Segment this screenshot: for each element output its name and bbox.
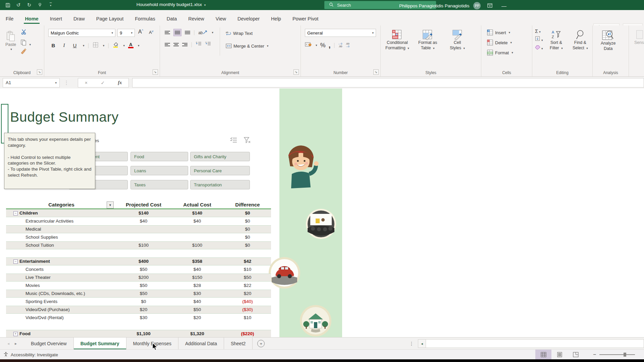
format-as-table-button[interactable]: Format as Table ▾ xyxy=(416,27,440,51)
wrap-text-button[interactable]: ab Wrap Text xyxy=(224,29,255,38)
expand-toggle[interactable]: + xyxy=(13,332,18,336)
tab-file[interactable]: File xyxy=(0,16,19,25)
tab-page-layout[interactable]: Page Layout xyxy=(91,16,129,25)
slicer-button-gifts-and-charity[interactable]: Gifts and Charity xyxy=(190,152,250,161)
sheet-tab-additional-data[interactable]: Additional Data xyxy=(178,338,224,350)
align-center-icon[interactable] xyxy=(173,42,179,47)
font-color-button[interactable]: A xyxy=(128,43,133,48)
align-middle-icon[interactable] xyxy=(173,29,181,36)
slicer-button-personal-care[interactable]: Personal Care xyxy=(190,166,250,175)
delete-cells-button[interactable]: Delete▾ xyxy=(485,38,514,47)
font-dialog-launcher[interactable]: ⇘ xyxy=(153,69,158,75)
scroll-left-icon[interactable]: ◂ xyxy=(418,340,426,348)
tab-data[interactable]: Data xyxy=(161,16,183,25)
format-painter-button[interactable] xyxy=(20,48,27,57)
bold-button[interactable]: B xyxy=(50,43,57,48)
slicer-button-food[interactable]: Food xyxy=(130,152,188,161)
autosum-button[interactable]: Σ▾ xyxy=(535,28,543,34)
font-size-combo[interactable]: 9▾ xyxy=(117,29,135,37)
accessibility-status[interactable]: Accessibility: Investigate xyxy=(11,352,58,357)
insert-function-button[interactable]: fx xyxy=(118,80,122,85)
tab-formulas[interactable]: Formulas xyxy=(129,16,161,25)
new-sheet-button[interactable]: + xyxy=(257,340,265,347)
comma-style-button[interactable]: , xyxy=(329,41,331,50)
filter-dropdown-button[interactable]: ▼ xyxy=(107,201,114,208)
paste-button[interactable]: Paste ▾ xyxy=(3,28,19,51)
slicer-multiselect-icon[interactable] xyxy=(230,137,237,145)
sheet-tab-budget-summary[interactable]: Budget Summary xyxy=(74,338,126,350)
sheet-tab-sheet2[interactable]: Sheet2 xyxy=(224,338,253,350)
decrease-font-button[interactable]: Av xyxy=(149,29,153,35)
increase-decimal-button[interactable]: ←0.00 xyxy=(338,43,342,48)
borders-button[interactable] xyxy=(93,42,99,49)
clipboard-dialog-launcher[interactable]: ⇘ xyxy=(37,69,42,75)
number-dialog-launcher[interactable]: ⇘ xyxy=(373,69,379,75)
tab-insert[interactable]: Insert xyxy=(44,16,68,25)
ribbon-display-options-icon[interactable] xyxy=(485,3,495,9)
cancel-button[interactable]: × xyxy=(85,80,88,85)
name-box[interactable]: A1▾ xyxy=(3,78,60,87)
slicer-clear-filter-icon[interactable] xyxy=(244,137,251,145)
conditional-formatting-button[interactable]: Conditional Formatting ▾ xyxy=(383,27,412,51)
normal-view-button[interactable] xyxy=(535,350,551,360)
tab-home[interactable]: Home xyxy=(19,16,44,25)
avatar[interactable]: PP xyxy=(473,2,481,9)
cell-styles-button[interactable]: Cell Styles ▾ xyxy=(447,27,468,51)
slicer-button-transportation[interactable]: Transportation xyxy=(190,180,250,189)
underline-button[interactable]: U xyxy=(71,43,78,48)
tab-help[interactable]: Help xyxy=(265,16,287,25)
orientation-button[interactable]: ab xyxy=(198,30,207,35)
copy-button[interactable]: ▾ xyxy=(20,39,31,47)
tabbar-more-icon[interactable]: ⋮ xyxy=(409,341,414,346)
alignment-dialog-launcher[interactable]: ⇘ xyxy=(293,69,299,75)
minimize-button[interactable]: — xyxy=(499,3,509,9)
tab-view[interactable]: View xyxy=(210,16,232,25)
align-right-icon[interactable] xyxy=(182,42,187,47)
redo-icon[interactable]: ↻ xyxy=(26,2,32,8)
slicer-button-taxes[interactable]: Taxes xyxy=(130,180,188,189)
decrease-indent-icon[interactable] xyxy=(196,42,202,48)
tab-review[interactable]: Review xyxy=(182,16,210,25)
page-layout-view-button[interactable] xyxy=(551,350,568,360)
prev-sheet-icon[interactable]: ◂ xyxy=(7,341,9,346)
slicer-button-loans[interactable]: Loans xyxy=(130,166,188,175)
save-icon[interactable] xyxy=(5,2,11,8)
font-name-combo[interactable]: Malgun Gothic▾ xyxy=(48,29,115,37)
enter-button[interactable]: ✓ xyxy=(101,80,105,85)
decrease-decimal-button[interactable]: .00→0 xyxy=(345,43,349,48)
accounting-format-icon[interactable]: ¤ xyxy=(305,42,312,49)
tab-power-pivot[interactable]: Power Pivot xyxy=(287,16,324,25)
page-break-preview-button[interactable] xyxy=(568,350,584,360)
horizontal-scrollbar[interactable]: ◂ xyxy=(418,339,644,348)
fill-button[interactable]: ▾ xyxy=(535,36,543,43)
analyze-data-button[interactable]: Analyze Data xyxy=(598,27,618,51)
tab-draw[interactable]: Draw xyxy=(68,16,91,25)
format-cells-button[interactable]: Format▾ xyxy=(485,48,515,57)
document-title[interactable]: Household monthly budget1.xlsx ▾ xyxy=(101,2,241,7)
clear-button[interactable]: ▾ xyxy=(535,45,543,51)
merge-center-button[interactable]: Merge & Center ▾ xyxy=(224,42,270,50)
zoom-slider[interactable] xyxy=(599,354,635,355)
increase-font-button[interactable]: A^ xyxy=(138,29,143,35)
zoom-slider-handle[interactable] xyxy=(624,353,626,357)
align-top-icon[interactable] xyxy=(165,30,170,35)
insert-cells-button[interactable]: Insert▾ xyxy=(485,28,512,37)
number-format-combo[interactable]: General▾ xyxy=(305,29,376,37)
touch-mode-icon[interactable] xyxy=(37,2,43,8)
undo-icon[interactable]: ↺ xyxy=(15,2,21,8)
italic-button[interactable]: I xyxy=(60,43,68,48)
customize-qat-icon[interactable]: ▔▾ xyxy=(48,2,54,8)
find-select-button[interactable]: Find & Select ▾ xyxy=(570,27,591,51)
fill-color-button[interactable] xyxy=(112,42,119,49)
align-left-icon[interactable] xyxy=(165,42,170,47)
increase-indent-icon[interactable] xyxy=(205,42,211,48)
next-sheet-icon[interactable]: ▸ xyxy=(15,341,17,346)
collapse-toggle[interactable]: − xyxy=(13,259,18,264)
sort-filter-button[interactable]: AZ Sort & Filter ▾ xyxy=(547,27,566,51)
align-bottom-icon[interactable] xyxy=(185,30,190,35)
sheet-tab-budget-overview[interactable]: Budget Overview xyxy=(24,338,74,350)
formula-input[interactable] xyxy=(132,78,644,87)
zoom-out-icon[interactable]: − xyxy=(593,352,596,358)
cut-button[interactable] xyxy=(21,29,27,36)
percent-style-button[interactable]: % xyxy=(320,42,326,49)
